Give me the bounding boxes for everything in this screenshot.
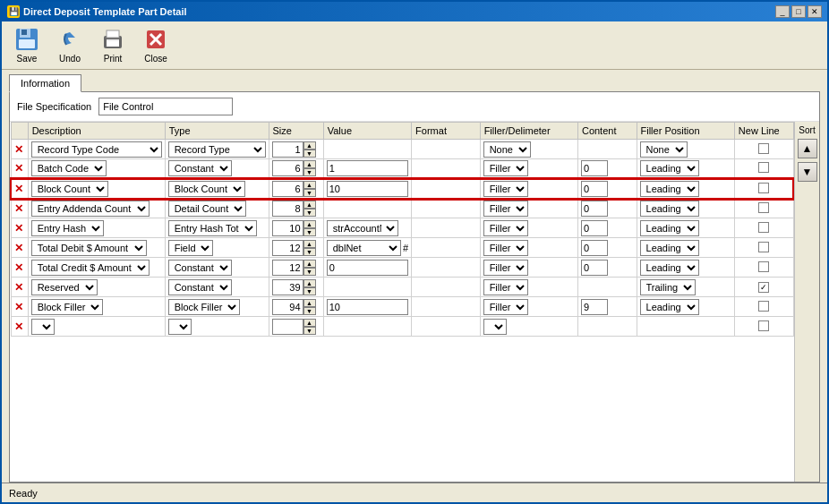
- close-window-button[interactable]: ✕: [808, 5, 822, 18]
- sort-up-button[interactable]: ▲: [798, 139, 817, 158]
- delete-icon[interactable]: ✕: [14, 242, 23, 254]
- new-line-checkbox[interactable]: [758, 320, 769, 331]
- delete-icon[interactable]: ✕: [14, 301, 23, 313]
- description-select[interactable]: Reserved: [31, 279, 98, 295]
- value-select[interactable]: strAccountNumber: [327, 220, 398, 236]
- filler-pos-select[interactable]: Leading: [640, 220, 699, 236]
- size-down-btn[interactable]: ▼: [303, 307, 316, 315]
- value-input[interactable]: [327, 260, 408, 276]
- value-input[interactable]: [327, 160, 408, 176]
- size-input[interactable]: [272, 319, 303, 335]
- delete-icon[interactable]: ✕: [14, 320, 23, 333]
- description-select[interactable]: [31, 319, 55, 335]
- delete-icon[interactable]: ✕: [14, 281, 23, 294]
- size-down-btn[interactable]: ▼: [303, 287, 316, 295]
- size-up-btn[interactable]: ▲: [303, 299, 316, 307]
- type-select[interactable]: Entry Hash Tot: [168, 220, 257, 236]
- filler-select[interactable]: None: [483, 141, 531, 158]
- size-down-btn[interactable]: ▼: [303, 209, 316, 217]
- new-line-checkbox[interactable]: [758, 202, 769, 213]
- size-down-btn[interactable]: ▼: [303, 268, 316, 276]
- size-input[interactable]: [272, 141, 303, 158]
- description-select[interactable]: Entry Hash: [31, 220, 104, 236]
- tab-information[interactable]: Information: [9, 74, 81, 92]
- size-input[interactable]: [272, 240, 303, 256]
- filler-select[interactable]: Filler: [483, 220, 528, 236]
- size-down-btn[interactable]: ▼: [303, 327, 316, 335]
- maximize-button[interactable]: □: [791, 5, 806, 18]
- size-down-btn[interactable]: ▼: [303, 228, 316, 236]
- description-select[interactable]: Batch Code: [31, 160, 107, 176]
- new-line-checkbox[interactable]: [758, 282, 769, 293]
- content-input[interactable]: [581, 240, 608, 256]
- size-down-btn[interactable]: ▼: [303, 149, 316, 158]
- size-input[interactable]: [272, 181, 303, 197]
- filler-pos-select[interactable]: Leading: [640, 299, 699, 315]
- size-up-btn[interactable]: ▲: [303, 181, 316, 189]
- content-input[interactable]: [581, 220, 608, 236]
- description-select[interactable]: Record Type Code: [31, 141, 162, 158]
- filler-select[interactable]: Filler: [483, 201, 528, 217]
- size-input[interactable]: [272, 201, 303, 217]
- filler-select[interactable]: Filler: [483, 299, 528, 315]
- file-spec-input[interactable]: [98, 98, 233, 115]
- size-down-btn[interactable]: ▼: [303, 168, 316, 176]
- description-select[interactable]: Block Count: [31, 181, 108, 197]
- filler-select[interactable]: Filler: [483, 240, 528, 256]
- description-select[interactable]: Block Filler: [31, 299, 103, 315]
- new-line-checkbox[interactable]: [758, 301, 769, 312]
- new-line-checkbox[interactable]: [758, 143, 769, 154]
- type-select[interactable]: Constant: [168, 160, 232, 176]
- size-up-btn[interactable]: ▲: [303, 141, 316, 149]
- filler-select[interactable]: Filler: [483, 160, 528, 176]
- type-select[interactable]: Record Type: [168, 141, 266, 158]
- content-input[interactable]: [581, 299, 608, 315]
- content-input[interactable]: [581, 260, 608, 276]
- size-input[interactable]: [272, 299, 303, 315]
- new-line-checkbox[interactable]: [758, 242, 769, 252]
- type-select[interactable]: Constant: [168, 279, 232, 295]
- value-select[interactable]: dblNet: [327, 240, 401, 256]
- type-select[interactable]: Constant: [168, 260, 232, 276]
- content-input[interactable]: [581, 201, 608, 217]
- size-up-btn[interactable]: ▲: [303, 220, 316, 228]
- size-up-btn[interactable]: ▲: [303, 319, 316, 327]
- delete-icon[interactable]: ✕: [14, 183, 23, 195]
- filler-pos-select[interactable]: Leading: [640, 181, 699, 197]
- size-up-btn[interactable]: ▲: [303, 240, 316, 248]
- type-select[interactable]: Block Filler: [168, 299, 240, 315]
- filler-pos-select[interactable]: Leading: [640, 260, 699, 276]
- filler-pos-select[interactable]: Leading: [640, 240, 699, 256]
- print-button[interactable]: Print: [95, 25, 131, 65]
- type-select[interactable]: Field: [168, 240, 213, 256]
- new-line-checkbox[interactable]: [758, 261, 769, 272]
- filler-select[interactable]: Filler: [483, 181, 528, 197]
- new-line-checkbox[interactable]: [758, 183, 769, 193]
- new-line-checkbox[interactable]: [758, 162, 769, 173]
- filler-select[interactable]: Filler: [483, 260, 528, 276]
- size-down-btn[interactable]: ▼: [303, 189, 316, 197]
- filler-pos-select[interactable]: Trailing: [640, 279, 696, 295]
- size-up-btn[interactable]: ▲: [303, 279, 316, 287]
- size-input[interactable]: [272, 260, 303, 276]
- delete-icon[interactable]: ✕: [14, 202, 23, 215]
- size-input[interactable]: [272, 160, 303, 176]
- filler-pos-select[interactable]: Leading: [640, 201, 699, 217]
- value-input[interactable]: [327, 299, 408, 315]
- filler-select[interactable]: Filler: [483, 279, 528, 295]
- size-up-btn[interactable]: ▲: [303, 201, 316, 209]
- size-input[interactable]: [272, 220, 303, 236]
- save-button[interactable]: Save: [9, 25, 45, 65]
- size-up-btn[interactable]: ▲: [303, 260, 316, 268]
- type-select[interactable]: Detail Count: [168, 201, 246, 217]
- size-input[interactable]: [272, 279, 303, 295]
- filler-pos-select[interactable]: Leading: [640, 160, 699, 176]
- description-select[interactable]: Total Credit $ Amount: [31, 260, 150, 276]
- size-up-btn[interactable]: ▲: [303, 160, 316, 168]
- filler-pos-select[interactable]: None: [640, 141, 688, 158]
- content-input[interactable]: [581, 160, 608, 176]
- filler-select[interactable]: [483, 319, 507, 335]
- type-select[interactable]: [168, 319, 192, 335]
- value-input[interactable]: [327, 181, 408, 197]
- size-down-btn[interactable]: ▼: [303, 248, 316, 256]
